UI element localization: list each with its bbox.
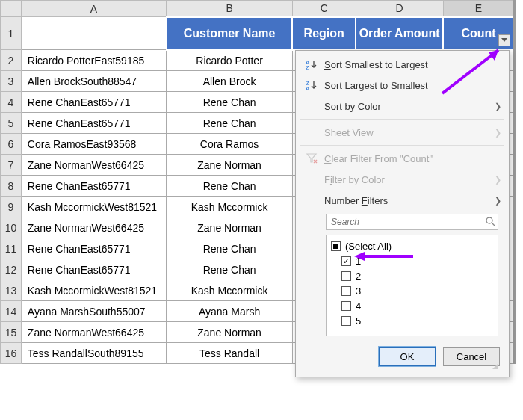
cell[interactable]: Tess Randall	[167, 343, 293, 364]
svg-point-4	[486, 217, 492, 223]
cell[interactable]: Ricardo Potter	[167, 50, 293, 71]
filter-checkbox-item[interactable]: 3	[341, 283, 493, 298]
sort-desc-icon: ZA	[303, 78, 321, 92]
cell[interactable]: Kash MccormickWest81521	[21, 197, 166, 217]
ok-button[interactable]: OK	[379, 347, 436, 366]
row-header[interactable]: 3	[1, 71, 22, 92]
filter-by-color: Filter by Color ❯	[296, 169, 509, 190]
row-header[interactable]: 9	[1, 197, 22, 217]
checkbox-label: 4	[356, 300, 361, 312]
cell[interactable]: Rene ChanEast65771	[21, 238, 166, 259]
header-customer-name: Customer Name	[167, 17, 293, 50]
cell[interactable]: Rene ChanEast65771	[21, 176, 166, 197]
col-header-c[interactable]: C	[292, 1, 356, 17]
checkbox-label: 1	[356, 256, 361, 267]
col-header-a[interactable]: A	[21, 1, 166, 17]
filter-checkbox-item[interactable]: 1	[341, 253, 493, 268]
svg-text:A: A	[306, 85, 310, 91]
select-all-corner[interactable]	[1, 1, 22, 17]
menu-label: Filter by Color	[324, 174, 495, 185]
row-header[interactable]: 12	[1, 259, 22, 280]
row-header[interactable]: 14	[1, 301, 22, 322]
row-header[interactable]: 7	[1, 155, 22, 176]
cell[interactable]: Zane Norman	[167, 322, 293, 343]
filter-popup: AZ Sort Smallest to Largest ZA Sort Larg…	[295, 50, 510, 377]
menu-label: Sort Largest to Smallest	[324, 80, 501, 91]
search-icon	[485, 216, 495, 226]
cell[interactable]: Zane NormanWest66425	[21, 155, 166, 176]
row-header[interactable]: 10	[1, 217, 22, 238]
cell[interactable]: Zane Norman	[167, 217, 293, 238]
cell[interactable]: Zane Norman	[167, 155, 293, 176]
menu-label: Sort by Color	[324, 101, 495, 112]
checkbox-icon	[341, 271, 351, 281]
cell[interactable]: Rene Chan	[167, 176, 293, 197]
number-filters[interactable]: Number Filters ❯	[296, 190, 509, 211]
col-header-b[interactable]: B	[167, 1, 293, 17]
cell[interactable]: Rene ChanEast65771	[21, 259, 166, 280]
cell[interactable]: Rene Chan	[167, 92, 293, 113]
cell[interactable]: Rene Chan	[167, 259, 293, 280]
header-count: Count	[443, 17, 514, 50]
chevron-right-icon: ❯	[495, 175, 501, 185]
checkbox-icon	[341, 301, 351, 311]
row-header-1[interactable]: 1	[1, 17, 22, 50]
filter-checkbox-item[interactable]: 2	[341, 268, 493, 283]
cell[interactable]: Tess RandallSouth89155	[21, 343, 166, 364]
col-header-e[interactable]: E	[443, 1, 514, 17]
select-all-checkbox[interactable]: (Select All)	[331, 238, 493, 253]
row-header[interactable]: 6	[1, 134, 22, 155]
cell[interactable]: Cora RamosEast93568	[21, 134, 166, 155]
filter-dropdown-button[interactable]	[498, 34, 510, 46]
sheet-view: Sheet View ❯	[296, 122, 509, 143]
row-header[interactable]: 5	[1, 113, 22, 134]
sort-ascending[interactable]: AZ Sort Smallest to Largest	[296, 54, 509, 75]
cell[interactable]: Rene ChanEast65771	[21, 92, 166, 113]
checkbox-label: (Select All)	[345, 241, 392, 252]
sort-descending[interactable]: ZA Sort Largest to Smallest	[296, 75, 509, 96]
cell[interactable]: Allen BrockSouth88547	[21, 71, 166, 92]
col-header-d[interactable]: D	[356, 1, 443, 17]
cell[interactable]: Ricardo PotterEast59185	[21, 50, 166, 71]
filter-checkbox-item[interactable]: 5	[341, 313, 493, 328]
filter-value-list[interactable]: (Select All) 12345	[326, 235, 498, 336]
checkbox-icon	[341, 286, 351, 296]
cell[interactable]: Rene Chan	[167, 238, 293, 259]
row-header[interactable]: 13	[1, 280, 22, 301]
checkbox-icon	[341, 316, 351, 326]
row-header[interactable]: 11	[1, 238, 22, 259]
header-order-amount: Order Amount	[356, 17, 443, 50]
sort-by-color[interactable]: Sort by Color ❯	[296, 96, 509, 117]
cell[interactable]: Ayana MarshSouth55007	[21, 301, 166, 322]
checkbox-icon	[341, 256, 351, 266]
resize-grip-icon[interactable]	[492, 363, 498, 369]
chevron-right-icon: ❯	[495, 128, 501, 138]
menu-label: Number Filters	[324, 195, 495, 206]
filter-checkbox-item[interactable]: 4	[341, 298, 493, 313]
cell[interactable]: Rene Chan	[167, 113, 293, 134]
row-header[interactable]: 16	[1, 343, 22, 364]
row-header[interactable]: 8	[1, 176, 22, 197]
row-header[interactable]: 15	[1, 322, 22, 343]
row-header[interactable]: 2	[1, 50, 22, 71]
cell[interactable]: Kash Mccormick	[167, 280, 293, 301]
svg-text:Z: Z	[306, 64, 309, 70]
cell[interactable]: Zane NormanWest66425	[21, 322, 166, 343]
header-region: Region	[292, 17, 356, 50]
menu-label: Sort Smallest to Largest	[324, 59, 501, 70]
filter-search-input[interactable]	[326, 214, 498, 230]
clear-filter-icon	[303, 152, 321, 165]
cell[interactable]: Zane NormanWest66425	[21, 217, 166, 238]
sort-asc-icon: AZ	[303, 58, 321, 71]
cancel-button[interactable]: Cancel	[443, 347, 500, 366]
cell[interactable]: Kash MccormickWest81521	[21, 280, 166, 301]
cell[interactable]: Rene ChanEast65771	[21, 113, 166, 134]
cell[interactable]: Ayana Marsh	[167, 301, 293, 322]
checkbox-mixed-icon	[331, 241, 341, 251]
cell[interactable]: Cora Ramos	[167, 134, 293, 155]
checkbox-label: 5	[356, 315, 361, 327]
menu-label: Clear Filter From "Count"	[324, 153, 501, 164]
cell[interactable]: Kash Mccormick	[167, 197, 293, 217]
row-header[interactable]: 4	[1, 92, 22, 113]
cell[interactable]: Allen Brock	[167, 71, 293, 92]
